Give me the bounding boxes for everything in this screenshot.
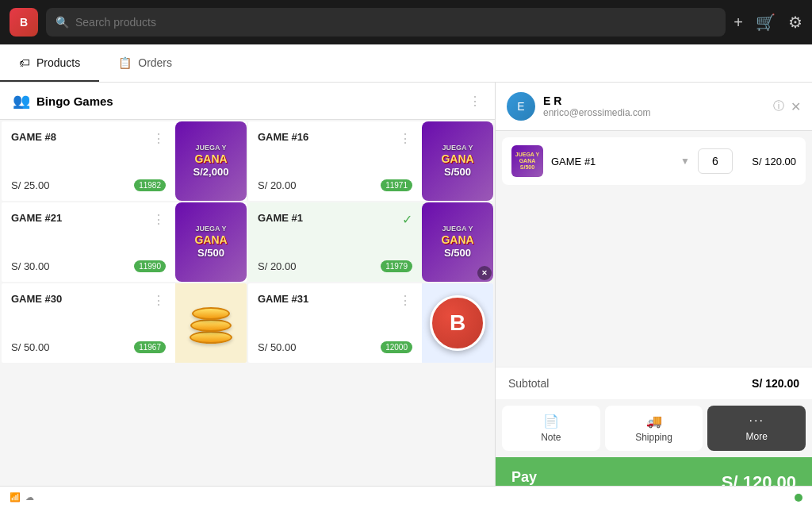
product-name-game30: GAME #30 <box>11 293 62 305</box>
product-image-game31: B <box>422 283 493 363</box>
product-image-game1: JUEGA Y GANA S/500 ✕ <box>422 202 493 282</box>
product-menu-game16[interactable]: ⋮ <box>399 131 412 146</box>
customer-email: enrico@erossimedia.com <box>543 107 765 118</box>
products-tab-label: Products <box>36 56 80 69</box>
note-label: Note <box>541 432 561 443</box>
product-card-game31[interactable]: GAME #31 ⋮ S/ 50.00 12000 B <box>248 283 493 363</box>
product-info-game1: GAME #1 ✓ S/ 20.00 11979 <box>248 202 422 282</box>
product-image-game16: JUEGA Y GANA S/500 <box>422 121 493 201</box>
category-header: 👥 Bingo Games ⋮ <box>0 83 495 120</box>
action-buttons: 📄 Note 🚚 Shipping ··· More <box>496 399 812 457</box>
order-item-quantity[interactable]: 6 <box>698 148 733 174</box>
category-icon: 👥 <box>13 92 30 110</box>
product-check-game1: ✓ <box>402 212 412 227</box>
customer-avatar: E <box>507 92 535 121</box>
shipping-icon: 🚚 <box>646 414 662 429</box>
product-card-game30[interactable]: GAME #30 ⋮ S/ 50.00 11967 <box>2 283 247 363</box>
tabs-bar: 🏷 Products 📋 Orders <box>0 44 812 83</box>
product-price-game1: S/ 20.00 <box>258 260 296 272</box>
search-input[interactable] <box>75 16 716 29</box>
category-menu-button[interactable]: ⋮ <box>469 94 482 109</box>
more-button[interactable]: ··· More <box>707 406 806 451</box>
right-panel: E E R enrico@erossimedia.com ⓘ ✕ JUEGA Y… <box>495 83 812 508</box>
order-item-chevron: ▼ <box>680 156 690 167</box>
cloud-icon: ☁ <box>25 492 34 502</box>
shipping-label: Shipping <box>635 432 672 443</box>
note-icon: 📄 <box>543 414 559 429</box>
product-price-game16: S/ 20.00 <box>258 179 296 191</box>
product-card-game21[interactable]: GAME #21 ⋮ S/ 30.00 11990 JUEGA Y GANA S… <box>2 202 247 282</box>
product-card-game1[interactable]: GAME #1 ✓ S/ 20.00 11979 JUEGA Y GANA S/… <box>248 202 493 282</box>
main-content: 👥 Bingo Games ⋮ GAME #8 ⋮ S/ 25.00 11982 <box>0 83 812 508</box>
search-icon: 🔍 <box>56 16 69 29</box>
customer-info: E R enrico@erossimedia.com <box>543 94 765 118</box>
subtotal-label: Subtotal <box>508 377 549 390</box>
shipping-button[interactable]: 🚚 Shipping <box>605 406 703 451</box>
customer-bar: E E R enrico@erossimedia.com ⓘ ✕ <box>496 83 812 131</box>
products-grid: GAME #8 ⋮ S/ 25.00 11982 JUEGA Y GANA S/… <box>0 120 495 364</box>
product-info-game16: GAME #16 ⋮ S/ 20.00 11971 <box>248 121 422 201</box>
app-icon[interactable]: B <box>10 8 38 37</box>
product-badge-game8: 11982 <box>134 179 166 191</box>
product-badge-game30: 11967 <box>134 341 166 353</box>
product-image-game8: JUEGA Y GANA S/2,000 <box>175 121 247 201</box>
status-indicator <box>795 494 802 502</box>
product-name-game8: GAME #8 <box>11 131 56 143</box>
product-name-game21: GAME #21 <box>11 212 62 224</box>
order-item-image: JUEGA YGANAS/500 <box>511 145 543 177</box>
topbar-actions: + 🛒 ⚙ <box>733 13 802 32</box>
order-item[interactable]: JUEGA YGANAS/500 GAME #1 ▼ 6 S/ 120.00 <box>502 137 806 185</box>
subtotal-value: S/ 120.00 <box>752 377 799 390</box>
settings-icon[interactable]: ⚙ <box>788 13 802 32</box>
orders-tab-icon: 📋 <box>118 56 132 69</box>
cart-icon[interactable]: 🛒 <box>756 13 776 32</box>
remove-button[interactable]: ✕ <box>477 266 492 280</box>
tab-products[interactable]: 🏷 Products <box>0 44 99 82</box>
more-label: More <box>746 431 768 442</box>
product-bottom-game8: S/ 25.00 11982 <box>11 179 166 191</box>
customer-info-button[interactable]: ⓘ <box>773 99 784 114</box>
product-price-game31: S/ 50.00 <box>258 341 296 353</box>
subtotal-row: Subtotal S/ 120.00 <box>496 367 812 399</box>
product-badge-game31: 12000 <box>381 341 412 353</box>
wifi-icon: 📶 <box>10 492 21 502</box>
order-items-list: JUEGA YGANAS/500 GAME #1 ▼ 6 S/ 120.00 <box>496 131 812 367</box>
category-title: 👥 Bingo Games <box>13 92 113 110</box>
product-image-game21: JUEGA Y GANA S/500 <box>175 202 247 282</box>
customer-actions: ⓘ ✕ <box>773 99 801 114</box>
topbar: B 🔍 + 🛒 ⚙ <box>0 0 812 44</box>
product-info-game21: GAME #21 ⋮ S/ 30.00 11990 <box>2 202 175 282</box>
product-image-game30 <box>175 283 247 363</box>
product-menu-game21[interactable]: ⋮ <box>152 212 166 227</box>
product-info-game8: GAME #8 ⋮ S/ 25.00 11982 <box>2 121 175 201</box>
add-button[interactable]: + <box>733 13 743 32</box>
customer-close-button[interactable]: ✕ <box>791 99 801 114</box>
left-panel: 👥 Bingo Games ⋮ GAME #8 ⋮ S/ 25.00 11982 <box>0 83 495 508</box>
product-top: GAME #8 ⋮ <box>11 131 166 146</box>
product-menu-game31[interactable]: ⋮ <box>399 293 412 308</box>
product-info-game31: GAME #31 ⋮ S/ 50.00 12000 <box>248 283 422 363</box>
order-item-price: S/ 120.00 <box>741 156 796 167</box>
more-icon: ··· <box>749 414 764 428</box>
product-name-game1: GAME #1 <box>258 212 303 224</box>
product-name-game31: GAME #31 <box>258 293 308 305</box>
product-price-game30: S/ 50.00 <box>11 341 49 353</box>
category-name: Bingo Games <box>36 94 113 108</box>
product-badge-game21: 11990 <box>134 260 166 272</box>
product-card-game16[interactable]: GAME #16 ⋮ S/ 20.00 11971 JUEGA Y GANA S… <box>248 121 493 201</box>
product-badge-game16: 11971 <box>381 179 412 191</box>
order-item-name: GAME #1 <box>551 156 669 167</box>
product-menu-game30[interactable]: ⋮ <box>152 293 166 308</box>
note-button[interactable]: 📄 Note <box>502 406 600 451</box>
product-name-game16: GAME #16 <box>258 131 308 143</box>
search-bar[interactable]: 🔍 <box>46 8 726 37</box>
customer-name: E R <box>543 94 765 107</box>
product-price-game8: S/ 25.00 <box>11 179 49 191</box>
products-tab-icon: 🏷 <box>19 56 30 69</box>
orders-tab-label: Orders <box>138 56 172 69</box>
tab-orders[interactable]: 📋 Orders <box>99 44 191 82</box>
product-price-game21: S/ 30.00 <box>11 260 49 272</box>
product-menu-game8[interactable]: ⋮ <box>152 131 166 146</box>
product-card-game8[interactable]: GAME #8 ⋮ S/ 25.00 11982 JUEGA Y GANA S/… <box>2 121 247 201</box>
product-badge-game1: 11979 <box>381 260 412 272</box>
